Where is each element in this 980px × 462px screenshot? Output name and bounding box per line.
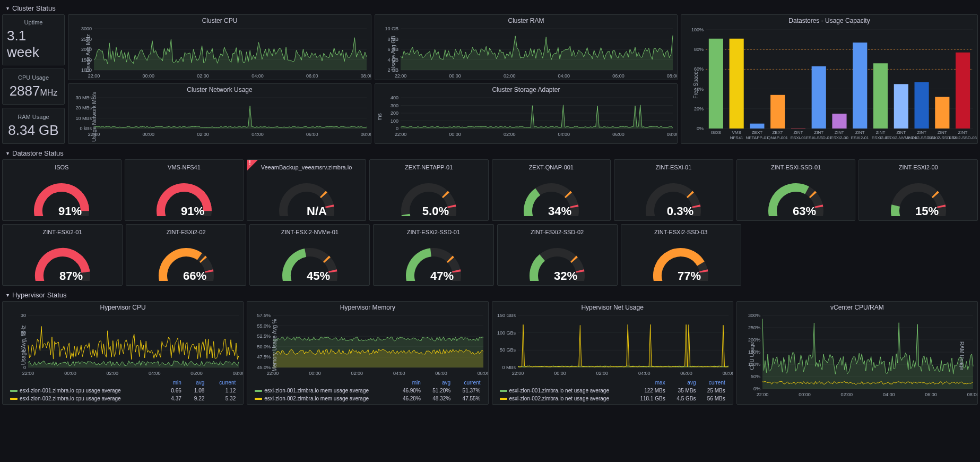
- legend-col: avg: [186, 379, 208, 386]
- legend-row[interactable]: esxi-zlon-001.zimbra.io net usage averag…: [497, 387, 729, 394]
- svg-text:22:00: 22:00: [756, 392, 768, 397]
- gauge-ISOS[interactable]: ISOS91%: [2, 159, 122, 221]
- gauge-title: ZEXT-NETAPP-01: [405, 164, 453, 172]
- panel-title: Cluster CPU: [68, 15, 371, 27]
- gauge-title: VeeamBackup_veeamsrv.zimbra.io: [261, 164, 352, 172]
- gauge-title: ZINT-ESXi2-02: [167, 229, 206, 236]
- svg-text:QNAP-001: QNAP-001: [767, 135, 788, 140]
- svg-text:04:00: 04:00: [558, 73, 570, 79]
- svg-rect-78: [730, 39, 744, 129]
- gauge-ZINT-ESXi2-SSD-01[interactable]: ZINT-ESXi2-SSD-0147%: [373, 224, 493, 286]
- chevron-down-icon: ▾: [6, 150, 9, 156]
- svg-text:08:00: 08:00: [233, 371, 243, 376]
- svg-text:34%: 34%: [548, 204, 571, 216]
- legend-col: avg: [670, 379, 699, 386]
- svg-text:3000: 3000: [81, 27, 92, 31]
- svg-text:250%: 250%: [748, 325, 760, 330]
- gauge-ZEXT-NETAPP-01[interactable]: ZEXT-NETAPP-015.0%: [369, 159, 489, 221]
- stat-uptime[interactable]: Uptime 3.1 week: [2, 14, 65, 65]
- svg-text:08:00: 08:00: [722, 371, 732, 376]
- svg-text:06:00: 06:00: [436, 371, 448, 376]
- svg-text:66%: 66%: [183, 269, 206, 281]
- svg-text:91%: 91%: [58, 204, 82, 216]
- svg-text:0.3%: 0.3%: [667, 204, 693, 216]
- svg-text:ESXi-01: ESXi-01: [791, 135, 806, 140]
- section-header-hypervisor[interactable]: ▾ Hypervisor Status: [2, 289, 978, 301]
- svg-text:ZINT: ZINT: [835, 130, 844, 135]
- panel-hypervisor-cpu[interactable]: Hypervisor CPU Usage Avg, MHz010203022:0…: [2, 301, 244, 405]
- svg-text:87%: 87%: [59, 269, 83, 281]
- gauge-title: ZINT-ESXi2-01: [43, 229, 82, 236]
- svg-text:0%: 0%: [753, 386, 760, 391]
- legend-row[interactable]: esxi-zlon-001.zimbra.io mem usage averag…: [251, 387, 483, 394]
- svg-text:ZINT: ZINT: [917, 130, 926, 135]
- svg-text:08:00: 08:00: [667, 73, 677, 79]
- svg-text:10 MBs: 10 MBs: [75, 116, 92, 121]
- gauge-ZINT-ESXi2-NVMe-01[interactable]: ZINT-ESXi2-NVMe-0145%: [249, 224, 370, 286]
- svg-text:02:00: 02:00: [504, 73, 516, 79]
- section-header-cluster[interactable]: ▾ Cluster Status: [2, 2, 978, 14]
- gauge-ZEXT-QNAP-001[interactable]: ZEXT-QNAP-00134%: [492, 159, 611, 221]
- legend-col: current: [700, 379, 728, 386]
- panel-datastore-capacity[interactable]: Datastores - Usage Capacity Free Space0%…: [681, 14, 978, 144]
- gauge-title: ISOS: [55, 164, 68, 172]
- gauge-title: ZINT-ESXi2-SSD-03: [654, 229, 707, 236]
- legend-row[interactable]: esxi-zlon-001.zimbra.io cpu usage averag…: [7, 387, 239, 394]
- svg-text:06:00: 06:00: [306, 73, 318, 79]
- panel-cluster-cpu[interactable]: Cluster CPU Usage Avg MHz100015002000250…: [68, 14, 371, 80]
- gauge-ZINT-ESXi2-00[interactable]: ZINT-ESXi2-0015%: [858, 159, 978, 221]
- panel-hypervisor-net[interactable]: Hypervisor Net Usage 0 MBs50 GBs100 GBs1…: [492, 301, 733, 405]
- svg-text:ZINT: ZINT: [876, 130, 886, 135]
- svg-text:ZINT: ZINT: [896, 130, 906, 135]
- gauge-VMS-NFS41[interactable]: VMS-NFS4191%: [125, 159, 244, 221]
- gauge-VeeamBackup_veeamsrv.zimbra.io[interactable]: VeeamBackup_veeamsrv.zimbra.ioN/A: [247, 159, 366, 221]
- stat-label: Uptime: [24, 19, 43, 25]
- gauge-ZINT-ESXi2-SSD-03[interactable]: ZINT-ESXi2-SSD-0377%: [621, 224, 741, 286]
- panel-cluster-ram[interactable]: Cluster RAM Usage Avg GB2 GB4 GB6 GB8 GB…: [375, 14, 678, 80]
- panel-cluster-storage[interactable]: Cluster Storage Adapter ms01002003004002…: [375, 83, 678, 144]
- svg-text:04:00: 04:00: [558, 132, 570, 137]
- gauge-ZINT-ESXi2-SSD-02[interactable]: ZINT-ESXi2-SSD-0232%: [497, 224, 618, 286]
- panel-title: Hypervisor Net Usage: [492, 302, 733, 313]
- svg-rect-102: [894, 84, 908, 129]
- svg-text:06:00: 06:00: [925, 392, 937, 397]
- gauge-ZINT-ESXi2-01[interactable]: ZINT-ESXi2-0187%: [2, 224, 123, 286]
- panel-title: Cluster Network Usage: [68, 84, 371, 96]
- svg-text:300%: 300%: [748, 313, 760, 318]
- stat-cpu[interactable]: CPU Usage 2887MHz: [2, 69, 65, 105]
- svg-text:47%: 47%: [430, 269, 454, 281]
- legend-row[interactable]: esxi-zlon-002.zimbra.io mem usage averag…: [251, 395, 483, 402]
- svg-text:400: 400: [391, 96, 398, 100]
- svg-text:5.0%: 5.0%: [422, 204, 449, 216]
- section-title: Hypervisor Status: [12, 291, 67, 299]
- svg-text:52.5%: 52.5%: [257, 333, 271, 339]
- panel-title: Hypervisor Memory: [247, 302, 488, 313]
- svg-text:00:00: 00:00: [449, 132, 461, 137]
- stat-ram[interactable]: RAM Usage 8.34 GB: [2, 108, 65, 144]
- svg-text:02:00: 02:00: [596, 371, 608, 376]
- svg-text:ZINT: ZINT: [794, 130, 803, 135]
- svg-text:08:00: 08:00: [967, 392, 977, 397]
- svg-text:45%: 45%: [307, 269, 330, 281]
- svg-text:45.0%: 45.0%: [257, 365, 271, 370]
- svg-text:100: 100: [391, 118, 398, 124]
- svg-text:50%: 50%: [751, 374, 760, 379]
- gauge-ZINT-ESXi-01[interactable]: ZINT-ESXi-010.3%: [614, 159, 733, 221]
- section-header-datastore[interactable]: ▾ Datastore Status: [2, 147, 978, 159]
- svg-rect-96: [853, 42, 867, 129]
- panel-cluster-net[interactable]: Cluster Network Usage Usage Network MB/s…: [68, 83, 371, 144]
- gauge-ZINT-ESXi-SSD-01[interactable]: ZINT-ESXi-SSD-0163%: [736, 159, 856, 221]
- legend-col: avg: [425, 379, 454, 386]
- legend-col: min: [395, 379, 424, 386]
- panel-hypervisor-mem[interactable]: Hypervisor Memory Memory Usage Avg %45.0…: [247, 301, 488, 405]
- svg-text:08:00: 08:00: [478, 371, 488, 376]
- legend-row[interactable]: esxi-zlon-002.zimbra.io cpu usage averag…: [7, 395, 239, 402]
- svg-text:04:00: 04:00: [638, 371, 650, 376]
- panel-vcenter[interactable]: vCenter CPU/RAM CPU Usage0%50%100%150%20…: [736, 301, 978, 405]
- svg-text:ISOS: ISOS: [711, 130, 721, 135]
- gauge-title: ZINT-ESXi-01: [656, 164, 692, 172]
- gauge-ZINT-ESXi2-02[interactable]: ZINT-ESXi2-0266%: [126, 224, 246, 286]
- svg-text:22:00: 22:00: [267, 371, 279, 376]
- gauge-title: VMS-NFS41: [168, 164, 201, 172]
- legend-row[interactable]: esxi-zlon-002.zimbra.io net usage averag…: [497, 395, 729, 402]
